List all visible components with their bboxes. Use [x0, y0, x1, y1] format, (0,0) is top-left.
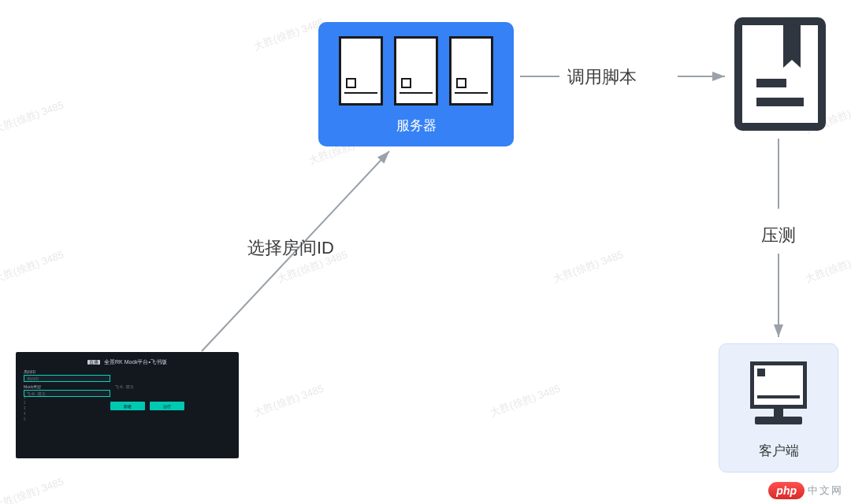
site-name: 中文网 — [808, 484, 843, 498]
site-branding: php 中文网 — [768, 482, 843, 499]
php-logo: php — [768, 482, 805, 499]
arrow-label-stress-test: 压测 — [761, 224, 796, 247]
arrow-stress-test — [0, 0, 851, 504]
